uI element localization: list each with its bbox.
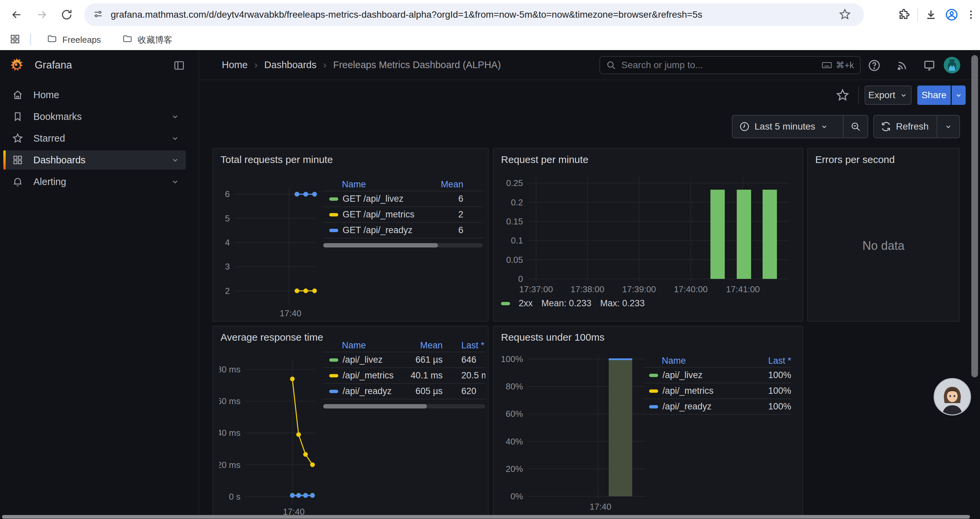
legend-series-name[interactable]: GET /api/_metrics	[323, 209, 434, 220]
panel-title[interactable]: Average response time	[221, 332, 323, 343]
sidebar-item-starred[interactable]: Starred	[3, 129, 186, 148]
requests-under-100ms-chart[interactable]: 100%80%60%40%20%0%17:40	[499, 352, 649, 519]
svg-text:80%: 80%	[506, 382, 523, 391]
legend-series-name[interactable]: /api/_readyz	[323, 386, 397, 396]
legend-value: 100%	[757, 370, 791, 380]
sidebar-item-label: Home	[33, 89, 59, 101]
svg-text:0.15: 0.15	[506, 216, 523, 227]
legend-header-cell[interactable]: Last *	[757, 356, 791, 366]
legend-value: 20.5 m	[442, 370, 485, 381]
url-text[interactable]: grafana.mathmast.com/d/deytv4rwavabkb/fr…	[111, 10, 864, 20]
site-info-icon[interactable]	[93, 9, 103, 21]
share-button[interactable]: Share	[917, 86, 951, 105]
favorite-star-icon[interactable]	[835, 88, 850, 104]
refresh-group: Refresh	[873, 115, 960, 138]
legend-series-name[interactable]: /api/_livez	[643, 370, 757, 380]
back-icon[interactable]	[7, 5, 27, 25]
reload-icon[interactable]	[57, 5, 77, 25]
panel-title[interactable]: Errors per second	[815, 154, 895, 165]
svg-text:20 ms: 20 ms	[219, 460, 240, 470]
legend-header-cell[interactable]: Name	[323, 179, 434, 190]
search-box[interactable]: ⌘+k	[600, 56, 861, 74]
downloads-icon[interactable]	[921, 4, 941, 25]
breadcrumb-home[interactable]: Home	[222, 59, 248, 70]
app-header: Home › Dashboards › Freeleaps Metrics Da…	[199, 50, 980, 80]
sidebar-item-alerting[interactable]: Alerting	[3, 172, 186, 192]
svg-text:0.2: 0.2	[511, 197, 523, 208]
svg-text:0.25: 0.25	[506, 178, 523, 188]
legend-header-cell[interactable]: Mean	[397, 340, 442, 351]
user-avatar[interactable]	[943, 57, 960, 73]
series-color-chip	[329, 213, 338, 216]
time-range-picker[interactable]: Last 5 minutes	[732, 115, 843, 137]
legend-row: /api/_metrics40.1 ms20.5 m	[323, 368, 485, 384]
kiosk-monitor-icon[interactable]	[921, 57, 937, 73]
menu-dots-icon[interactable]	[962, 4, 980, 25]
refresh-button[interactable]: Refresh	[874, 115, 937, 137]
average-response-time-chart[interactable]: 80 ms60 ms40 ms20 ms0 s17:40	[219, 358, 323, 517]
sidebar-item-dashboards[interactable]: Dashboards	[3, 150, 186, 170]
share-menu-button[interactable]	[951, 86, 966, 105]
url-bar[interactable]: grafana.mathmast.com/d/deytv4rwavabkb/fr…	[84, 3, 864, 26]
bookmark-star-icon[interactable]	[838, 8, 851, 22]
legend-row: /api/_readyz100%	[643, 399, 791, 415]
legend-series-name[interactable]: /api/_metrics	[323, 370, 397, 381]
brand-name[interactable]: Grafana	[35, 59, 72, 71]
help-icon[interactable]	[866, 57, 882, 73]
breadcrumb-dashboards[interactable]: Dashboards	[264, 59, 316, 70]
sidebar: Grafana HomeBookmarksStarredDashboardsAl…	[0, 50, 199, 519]
sidebar-item-bookmarks[interactable]: Bookmarks	[3, 107, 186, 126]
forward-icon[interactable]	[32, 5, 52, 25]
vertical-scrollbar[interactable]	[971, 55, 978, 377]
export-button[interactable]: Export	[865, 86, 912, 105]
refresh-interval-button[interactable]	[937, 115, 959, 137]
keyboard-icon	[821, 59, 832, 71]
svg-text:17:41:00: 17:41:00	[726, 284, 760, 294]
legend-horizontal-scrollbar[interactable]	[323, 404, 485, 409]
clock-icon	[739, 121, 750, 132]
sidebar-item-home[interactable]: Home	[3, 85, 186, 105]
legend-row: GET /api/_metrics2	[323, 207, 483, 223]
horizontal-scrollbar[interactable]	[2, 515, 970, 519]
breadcrumb-chevron-icon: ›	[254, 59, 258, 70]
folder-icon	[47, 34, 57, 46]
legend-series-name[interactable]: 2xx	[519, 298, 533, 308]
total-requests-chart[interactable]: 6543217:40	[219, 181, 323, 322]
apps-grid-icon[interactable]	[10, 34, 21, 46]
svg-text:0: 0	[519, 274, 523, 284]
svg-text:6: 6	[225, 189, 230, 199]
legend-header-cell[interactable]: Mean	[434, 179, 463, 190]
legend-series-name[interactable]: /api/_metrics	[643, 386, 757, 396]
legend-row: /api/_livez661 µs646	[323, 352, 485, 368]
legend-row: /api/_livez100%	[643, 368, 791, 383]
sidebar-collapse-icon[interactable]	[173, 59, 185, 73]
legend-series-name[interactable]: /api/_livez	[323, 355, 397, 365]
request-per-minute-chart[interactable]: 0.250.20.150.10.05017:37:0017:38:0017:39…	[499, 175, 798, 296]
bookmark-folder-label: Freeleaps	[62, 35, 101, 45]
home-icon	[12, 89, 23, 101]
sidebar-nav: HomeBookmarksStarredDashboardsAlerting	[3, 85, 186, 194]
bookmark-folder-0[interactable]: Freeleaps	[42, 31, 107, 49]
news-rss-icon[interactable]	[894, 57, 910, 73]
search-input[interactable]	[621, 60, 821, 70]
panel-title[interactable]: Requests under 100ms	[501, 332, 605, 343]
legend-header-cell[interactable]: Name	[643, 356, 757, 366]
legend-series-name[interactable]: GET /api/_readyz	[323, 225, 434, 235]
bookmark-folder-1[interactable]: 收藏博客	[117, 31, 178, 49]
legend-value: 6	[434, 225, 463, 235]
legend-header-cell[interactable]: Name	[323, 340, 397, 351]
panel-title[interactable]: Total requests per minute	[221, 154, 333, 165]
legend-series-name[interactable]: /api/_readyz	[643, 401, 757, 412]
profile-icon[interactable]	[941, 4, 962, 25]
legend-series-name[interactable]: GET /api/_livez	[323, 194, 434, 204]
series-color-chip	[329, 229, 338, 232]
panel-title[interactable]: Request per minute	[501, 154, 589, 165]
zoom-out-button[interactable]	[843, 115, 868, 137]
assistant-avatar[interactable]	[934, 378, 971, 415]
brand-row: Grafana	[0, 50, 199, 80]
legend-header-cell[interactable]: Last *	[442, 340, 485, 351]
extensions-icon[interactable]	[894, 4, 915, 25]
legend-horizontal-scrollbar[interactable]	[323, 243, 483, 248]
svg-text:4: 4	[225, 238, 230, 248]
breadcrumb-current: Freeleaps Metrics Dashboard (ALPHA)	[333, 59, 501, 70]
